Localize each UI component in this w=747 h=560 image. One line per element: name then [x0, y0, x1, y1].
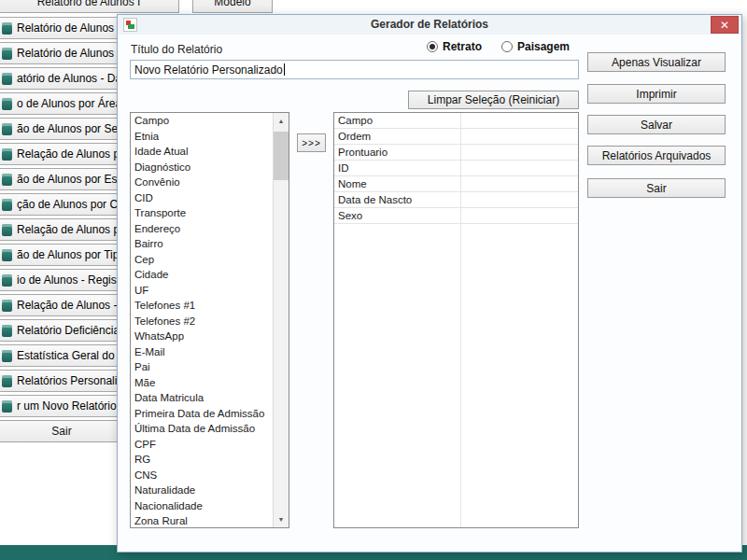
bg-sair-button[interactable]: Sair: [0, 420, 125, 442]
available-field-item[interactable]: Zona Rural: [131, 513, 273, 527]
field-label: CPF: [134, 439, 156, 450]
field-label: Naturalidade: [134, 484, 195, 496]
selected-fields-header: Campo: [334, 113, 578, 129]
available-field-item[interactable]: Primeira Data de Admissão: [131, 406, 273, 422]
apenas-visualizar-button[interactable]: Apenas Visualizar: [587, 52, 726, 72]
available-fields-header: Campo: [131, 113, 273, 129]
available-field-item[interactable]: Endereço: [131, 221, 273, 237]
selected-field-item[interactable]: Data de Nascto: [334, 192, 578, 208]
available-field-item[interactable]: Telefones #1: [131, 298, 273, 314]
available-field-item[interactable]: Diagnóstico: [131, 160, 273, 175]
bg-relatorio-alunos-button[interactable]: Relatório de Alunos I: [0, 0, 179, 13]
scroll-down-icon[interactable]: ▼: [274, 511, 289, 527]
bg-modelo-button[interactable]: Modelo: [192, 0, 273, 13]
available-fields-grid: Campo Etnia Idade Atual Diagnóstico: [130, 112, 289, 528]
available-field-item[interactable]: Pai: [131, 359, 273, 375]
field-label: Mãe: [134, 377, 155, 388]
available-field-item[interactable]: CNS: [131, 468, 273, 483]
selected-field-item[interactable]: Ordem: [334, 129, 578, 145]
available-field-item[interactable]: CID: [131, 190, 273, 206]
report-icon: [2, 274, 12, 287]
scrollbar-thumb[interactable]: [274, 132, 289, 180]
field-label: RG: [134, 454, 150, 465]
scroll-up-icon[interactable]: ▲: [274, 113, 289, 129]
field-label: Sexo: [338, 210, 362, 221]
report-icon: [2, 148, 12, 161]
report-icon: [2, 174, 12, 186]
report-icon: [2, 350, 12, 362]
field-label: Bairro: [134, 238, 163, 249]
limpar-selecao-button[interactable]: Limpar Seleção (Reiniciar): [408, 91, 579, 109]
text-caret: [284, 63, 285, 76]
report-icon: [2, 400, 12, 413]
field-label: Prontuario: [338, 147, 388, 158]
field-label: Data de Nascto: [338, 194, 412, 205]
move-field-button[interactable]: >>>: [297, 133, 326, 152]
field-label: Telefones #2: [134, 315, 195, 327]
field-label: Idade Atual: [134, 146, 189, 157]
available-field-item[interactable]: CPF: [131, 437, 273, 453]
available-field-item[interactable]: Mãe: [131, 375, 273, 391]
available-field-item[interactable]: Cep: [131, 252, 273, 268]
selected-fields-list: Campo Ordem Prontuario ID Nome: [334, 113, 578, 527]
radio-retrato[interactable]: Retrato: [427, 40, 482, 53]
available-field-item[interactable]: Nacionalidade: [131, 498, 273, 514]
report-generator-dialog: Gerador de Relatórios ✕ Título do Relató…: [117, 14, 742, 553]
selected-field-item[interactable]: Sexo: [334, 208, 578, 224]
field-label: Zona Rural: [134, 515, 188, 526]
radio-paisagem[interactable]: Paisagem: [501, 40, 570, 53]
selected-fields-grid: Campo Ordem Prontuario ID Nome: [333, 112, 579, 528]
report-title-input[interactable]: Novo Relatório Personalizado: [130, 60, 579, 79]
field-label: Convênio: [134, 176, 180, 188]
available-field-item[interactable]: Bairro: [131, 236, 273, 252]
selected-field-item[interactable]: Prontuario: [334, 145, 578, 161]
available-field-item[interactable]: RG: [131, 452, 273, 468]
available-field-item[interactable]: Telefones #2: [131, 314, 273, 329]
salvar-button[interactable]: Salvar: [587, 115, 726, 134]
field-label: Primeira Data de Admissão: [134, 408, 264, 419]
report-icon: [2, 98, 12, 110]
field-label: E-Mail: [134, 346, 165, 357]
fields-scrollbar[interactable]: ▲ ▼: [273, 113, 289, 527]
available-field-item[interactable]: Naturalidade: [131, 483, 273, 498]
report-icon: [2, 300, 12, 312]
field-label: Cidade: [134, 269, 168, 280]
field-label: Data Matricula: [134, 392, 204, 403]
radio-dot-icon: [501, 41, 513, 52]
available-field-item[interactable]: WhatsApp: [131, 329, 273, 344]
available-fields-list: Campo Etnia Idade Atual Diagnóstico: [131, 113, 273, 527]
report-icon: [2, 375, 12, 387]
field-label: UF: [134, 285, 148, 296]
available-field-item[interactable]: Última Data de Admissão: [131, 421, 273, 437]
report-title-input-value: Novo Relatório Personalizado: [134, 63, 283, 77]
available-field-item[interactable]: Etnia: [131, 129, 273, 145]
report-icon: [2, 325, 12, 337]
selected-field-item[interactable]: ID: [334, 161, 578, 176]
dialog-sair-button[interactable]: Sair: [587, 178, 726, 198]
relatorios-arquivados-button[interactable]: Relatórios Arquivados: [587, 146, 726, 165]
available-field-item[interactable]: Transporte: [131, 205, 273, 221]
field-label: Nome: [338, 178, 367, 189]
report-icon: [2, 73, 12, 85]
report-icon: [2, 249, 12, 261]
field-label: ID: [338, 162, 349, 174]
dialog-title: Gerador de Relatórios: [118, 18, 741, 31]
report-title-label: Título do Relatório: [131, 43, 222, 56]
available-field-item[interactable]: Data Matricula: [131, 390, 273, 406]
field-label: CID: [134, 192, 153, 203]
available-field-item[interactable]: E-Mail: [131, 344, 273, 360]
available-field-item[interactable]: Convênio: [131, 175, 273, 190]
report-icon: [2, 123, 12, 135]
close-icon[interactable]: ✕: [711, 16, 739, 34]
imprimir-button[interactable]: Imprimir: [587, 84, 726, 104]
available-field-item[interactable]: Cidade: [131, 267, 273, 283]
radio-paisagem-label: Paisagem: [517, 40, 570, 53]
report-icon: [2, 22, 12, 35]
field-label: Etnia: [134, 131, 159, 142]
field-label: Transporte: [134, 207, 186, 218]
field-label: WhatsApp: [134, 330, 184, 342]
field-label: Última Data de Admissão: [134, 423, 255, 434]
available-field-item[interactable]: Idade Atual: [131, 144, 273, 160]
selected-field-item[interactable]: Nome: [334, 176, 578, 192]
available-field-item[interactable]: UF: [131, 283, 273, 299]
